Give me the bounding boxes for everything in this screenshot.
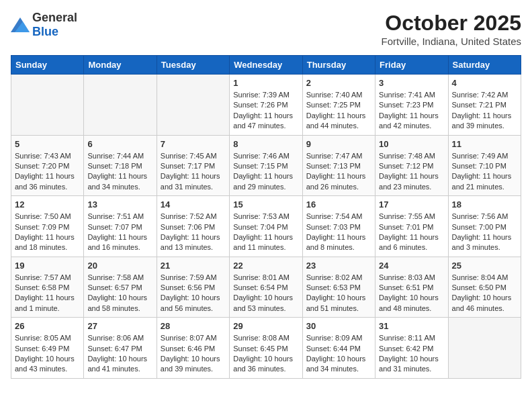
day-info: Sunrise: 7:54 AM Sunset: 7:03 PM Dayligh…: [306, 212, 371, 253]
day-number: 28: [161, 321, 226, 331]
calendar-day-cell: 5 Sunrise: 7:43 AM Sunset: 7:20 PM Dayli…: [11, 135, 84, 196]
weekday-header-thursday: Thursday: [302, 56, 375, 75]
day-number: 13: [87, 199, 152, 210]
calendar-day-cell: 31 Sunrise: 8:11 AM Sunset: 6:42 PM Dayl…: [375, 318, 448, 379]
calendar-table: SundayMondayTuesdayWednesdayThursdayFrid…: [11, 55, 521, 379]
calendar-week-row: 1 Sunrise: 7:39 AM Sunset: 7:26 PM Dayli…: [11, 75, 521, 136]
day-number: 25: [452, 261, 517, 271]
day-info: Sunrise: 7:49 AM Sunset: 7:10 PM Dayligh…: [452, 151, 517, 193]
weekday-header-wednesday: Wednesday: [230, 56, 302, 75]
weekday-header-friday: Friday: [375, 56, 448, 75]
calendar-day-cell: 26 Sunrise: 8:05 AM Sunset: 6:49 PM Dayl…: [11, 318, 84, 379]
day-number: 29: [233, 321, 298, 331]
calendar-day-cell: 14 Sunrise: 7:52 AM Sunset: 7:06 PM Dayl…: [157, 196, 229, 257]
calendar-day-cell: 16 Sunrise: 7:54 AM Sunset: 7:03 PM Dayl…: [302, 196, 375, 257]
calendar-day-cell: 18 Sunrise: 7:56 AM Sunset: 7:00 PM Dayl…: [448, 196, 521, 257]
calendar-day-cell: 6 Sunrise: 7:44 AM Sunset: 7:18 PM Dayli…: [84, 135, 157, 196]
day-number: 3: [379, 78, 444, 88]
day-number: 2: [306, 78, 371, 88]
day-info: Sunrise: 7:50 AM Sunset: 7:09 PM Dayligh…: [15, 212, 80, 253]
day-number: 31: [379, 321, 444, 331]
calendar-day-cell: 28 Sunrise: 8:07 AM Sunset: 6:46 PM Dayl…: [157, 318, 229, 379]
calendar-day-cell: 21 Sunrise: 7:59 AM Sunset: 6:56 PM Dayl…: [157, 257, 229, 318]
day-number: 8: [233, 139, 298, 149]
day-info: Sunrise: 8:03 AM Sunset: 6:51 PM Dayligh…: [379, 273, 444, 314]
location-subtitle: Fortville, Indiana, United States: [382, 36, 521, 47]
calendar-day-cell: 4 Sunrise: 7:42 AM Sunset: 7:21 PM Dayli…: [448, 75, 521, 136]
calendar-day-cell: 3 Sunrise: 7:41 AM Sunset: 7:23 PM Dayli…: [375, 75, 448, 136]
day-number: 21: [161, 261, 226, 271]
calendar-day-cell: 8 Sunrise: 7:46 AM Sunset: 7:15 PM Dayli…: [230, 135, 302, 196]
day-info: Sunrise: 8:04 AM Sunset: 6:50 PM Dayligh…: [452, 273, 517, 314]
day-info: Sunrise: 7:39 AM Sunset: 7:26 PM Dayligh…: [233, 90, 298, 132]
calendar-day-cell: 7 Sunrise: 7:45 AM Sunset: 7:17 PM Dayli…: [157, 135, 229, 196]
day-number: 24: [379, 261, 444, 271]
day-info: Sunrise: 7:57 AM Sunset: 6:58 PM Dayligh…: [15, 273, 80, 314]
day-info: Sunrise: 8:06 AM Sunset: 6:47 PM Dayligh…: [87, 333, 152, 375]
day-number: 20: [87, 261, 152, 271]
calendar-day-cell: 9 Sunrise: 7:47 AM Sunset: 7:13 PM Dayli…: [302, 135, 375, 196]
day-number: 18: [452, 199, 517, 210]
day-number: 14: [161, 199, 226, 210]
calendar-week-row: 26 Sunrise: 8:05 AM Sunset: 6:49 PM Dayl…: [11, 318, 521, 379]
day-info: Sunrise: 8:09 AM Sunset: 6:44 PM Dayligh…: [306, 333, 371, 375]
day-info: Sunrise: 8:08 AM Sunset: 6:45 PM Dayligh…: [233, 333, 298, 375]
calendar-day-cell: 1 Sunrise: 7:39 AM Sunset: 7:26 PM Dayli…: [230, 75, 302, 136]
logo-general-text: General: [32, 11, 77, 24]
calendar-week-row: 5 Sunrise: 7:43 AM Sunset: 7:20 PM Dayli…: [11, 135, 521, 196]
weekday-header-sunday: Sunday: [11, 56, 84, 75]
weekday-header-saturday: Saturday: [448, 56, 521, 75]
day-info: Sunrise: 7:46 AM Sunset: 7:15 PM Dayligh…: [233, 151, 298, 193]
day-info: Sunrise: 7:56 AM Sunset: 7:00 PM Dayligh…: [452, 212, 517, 253]
day-info: Sunrise: 7:48 AM Sunset: 7:12 PM Dayligh…: [379, 151, 444, 193]
day-number: 26: [15, 321, 80, 331]
logo: General Blue: [11, 11, 77, 39]
weekday-header-row: SundayMondayTuesdayWednesdayThursdayFrid…: [11, 56, 521, 75]
day-info: Sunrise: 7:44 AM Sunset: 7:18 PM Dayligh…: [87, 151, 152, 193]
calendar-day-cell: 30 Sunrise: 8:09 AM Sunset: 6:44 PM Dayl…: [302, 318, 375, 379]
day-info: Sunrise: 8:07 AM Sunset: 6:46 PM Dayligh…: [161, 333, 226, 375]
title-block: October 2025 Fortville, Indiana, United …: [382, 11, 521, 47]
day-number: 19: [15, 261, 80, 271]
day-number: 15: [233, 199, 298, 210]
calendar-day-cell: [84, 75, 157, 136]
calendar-day-cell: [448, 318, 521, 379]
day-number: 16: [306, 199, 371, 210]
calendar-day-cell: 22 Sunrise: 8:01 AM Sunset: 6:54 PM Dayl…: [230, 257, 302, 318]
calendar-week-row: 12 Sunrise: 7:50 AM Sunset: 7:09 PM Dayl…: [11, 196, 521, 257]
day-info: Sunrise: 7:47 AM Sunset: 7:13 PM Dayligh…: [306, 151, 371, 193]
day-info: Sunrise: 7:53 AM Sunset: 7:04 PM Dayligh…: [233, 212, 298, 253]
day-number: 5: [15, 139, 80, 149]
day-info: Sunrise: 8:01 AM Sunset: 6:54 PM Dayligh…: [233, 273, 298, 314]
day-number: 11: [452, 139, 517, 149]
calendar-day-cell: 23 Sunrise: 8:02 AM Sunset: 6:53 PM Dayl…: [302, 257, 375, 318]
day-number: 17: [379, 199, 444, 210]
day-info: Sunrise: 8:11 AM Sunset: 6:42 PM Dayligh…: [379, 333, 444, 375]
calendar-day-cell: 11 Sunrise: 7:49 AM Sunset: 7:10 PM Dayl…: [448, 135, 521, 196]
calendar-day-cell: 27 Sunrise: 8:06 AM Sunset: 6:47 PM Dayl…: [84, 318, 157, 379]
calendar-day-cell: 25 Sunrise: 8:04 AM Sunset: 6:50 PM Dayl…: [448, 257, 521, 318]
day-number: 7: [161, 139, 226, 149]
day-info: Sunrise: 7:42 AM Sunset: 7:21 PM Dayligh…: [452, 90, 517, 132]
day-number: 23: [306, 261, 371, 271]
logo-icon: [11, 17, 30, 32]
logo-blue-text: Blue: [32, 25, 58, 38]
calendar-day-cell: 15 Sunrise: 7:53 AM Sunset: 7:04 PM Dayl…: [230, 196, 302, 257]
calendar-day-cell: 2 Sunrise: 7:40 AM Sunset: 7:25 PM Dayli…: [302, 75, 375, 136]
day-number: 27: [87, 321, 152, 331]
day-info: Sunrise: 7:41 AM Sunset: 7:23 PM Dayligh…: [379, 90, 444, 132]
calendar-day-cell: [157, 75, 229, 136]
calendar-day-cell: [11, 75, 84, 136]
month-year-title: October 2025: [382, 11, 521, 36]
day-number: 22: [233, 261, 298, 271]
calendar-day-cell: 10 Sunrise: 7:48 AM Sunset: 7:12 PM Dayl…: [375, 135, 448, 196]
day-info: Sunrise: 7:52 AM Sunset: 7:06 PM Dayligh…: [161, 212, 226, 253]
day-info: Sunrise: 7:51 AM Sunset: 7:07 PM Dayligh…: [87, 212, 152, 253]
calendar-day-cell: 29 Sunrise: 8:08 AM Sunset: 6:45 PM Dayl…: [230, 318, 302, 379]
day-number: 12: [15, 199, 80, 210]
calendar-day-cell: 24 Sunrise: 8:03 AM Sunset: 6:51 PM Dayl…: [375, 257, 448, 318]
day-number: 9: [306, 139, 371, 149]
calendar-day-cell: 12 Sunrise: 7:50 AM Sunset: 7:09 PM Dayl…: [11, 196, 84, 257]
day-number: 6: [87, 139, 152, 149]
calendar-week-row: 19 Sunrise: 7:57 AM Sunset: 6:58 PM Dayl…: [11, 257, 521, 318]
